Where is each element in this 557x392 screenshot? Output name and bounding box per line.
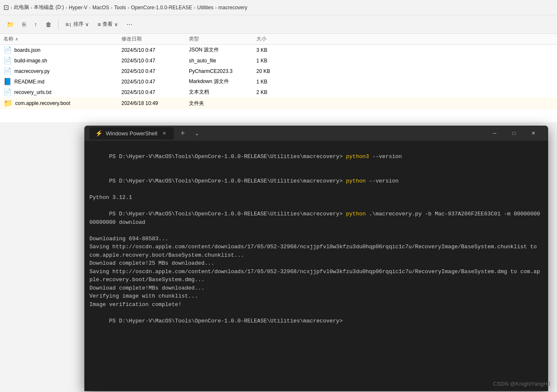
file-type: 文件夹	[189, 100, 256, 107]
header-name[interactable]: 名称 ∧	[3, 35, 121, 43]
file-icon: 📄	[3, 88, 12, 96]
file-icon: 📄	[3, 67, 12, 75]
file-list-header: 名称 ∧ 修改日期 类型 大小	[0, 34, 557, 45]
file-list: 📄 boards.json 2024/5/10 0:47 JSON 源文件 3 …	[0, 45, 557, 122]
close-button[interactable]: ✕	[524, 126, 543, 141]
share-button[interactable]: ↑	[31, 19, 40, 30]
file-size: 3 KB	[256, 47, 299, 53]
sort-button[interactable]: ≡↕ 排序 ∨	[62, 19, 92, 30]
file-size: 1 KB	[256, 58, 299, 64]
terminal-output: Saving http://oscdn.apple.com/content/do…	[89, 268, 543, 284]
sort-label: 排序	[73, 21, 83, 28]
terminal-line: PS D:\Hyper-V\MacOS\Tools\OpenCore-1.0.0…	[89, 202, 543, 235]
terminal-line: PS D:\Hyper-V\MacOS\Tools\OpenCore-1.0.0…	[89, 169, 543, 194]
file-type: JSON 源文件	[189, 46, 256, 54]
breadcrumb-sep-2: ›	[66, 5, 67, 10]
file-name: boards.json	[14, 47, 40, 53]
file-type: PyCharmCE2023.3	[189, 68, 256, 74]
delete-button[interactable]: 🗑	[42, 19, 55, 30]
file-size: 20 KB	[256, 68, 299, 74]
header-type[interactable]: 类型	[189, 35, 256, 43]
powershell-window: ⚡ Windows PowerShell ✕ + ⌄ ─ □ ✕ PS D:\H…	[84, 126, 548, 391]
file-icon: 📄	[3, 56, 12, 64]
breadcrumb-opencore[interactable]: OpenCore-1.0.0-RELEASE	[131, 5, 192, 11]
header-date[interactable]: 修改日期	[121, 35, 189, 43]
maximize-button[interactable]: □	[504, 126, 524, 141]
tab-close-button[interactable]: ✕	[161, 130, 168, 137]
terminal-output: Saving http://oscdn.apple.com/content/do…	[89, 243, 543, 259]
list-item[interactable]: 📄 recovery_urls.txt 2024/5/10 0:47 文本文档 …	[0, 87, 557, 97]
breadcrumb-sep-6: ›	[194, 5, 196, 10]
list-item[interactable]: 📄 macrecovery.py 2024/5/10 0:47 PyCharmC…	[0, 66, 557, 76]
terminal-command: python	[346, 178, 366, 184]
breadcrumb-thispc[interactable]: 此电脑	[14, 4, 29, 11]
file-date: 2024/5/10 0:47	[121, 68, 189, 74]
share-icon: ↑	[34, 21, 37, 28]
tab-dropdown-button[interactable]: ⌄	[192, 128, 202, 138]
breadcrumb-sep-0: ›	[11, 5, 12, 10]
terminal-prompt: PS D:\Hyper-V\MacOS\Tools\OpenCore-1.0.0…	[109, 318, 343, 324]
terminal-output: Python 3.12.1	[89, 193, 543, 202]
breadcrumb-sep-7: ›	[215, 5, 217, 10]
explorer-toolbar: 📁 ⎘ ↑ 🗑 ≡↕ 排序 ∨ ≡ 查看 ∨ ···	[0, 15, 557, 34]
copy-button[interactable]: ⎘	[19, 19, 29, 30]
breadcrumb-macrecovery[interactable]: macrecovery	[218, 5, 248, 11]
file-type: 文本文档	[189, 89, 256, 96]
file-icon: 📘	[3, 78, 12, 86]
window-controls: ─ □ ✕	[485, 126, 543, 141]
breadcrumb-tools[interactable]: Tools	[114, 5, 126, 11]
list-item[interactable]: 📁 com.apple.recovery.boot 2024/6/18 10:4…	[0, 97, 557, 109]
terminal-output: Download complete!MBs downloaded...	[89, 284, 543, 293]
breadcrumb-utilities[interactable]: Utilities	[197, 5, 213, 11]
file-name: build-image.sh	[14, 58, 47, 64]
powershell-icon: ⚡	[95, 130, 102, 137]
terminal-args: --version	[366, 178, 398, 184]
sort-arrow-icon: ∧	[15, 37, 18, 41]
terminal-command: python	[346, 211, 366, 217]
view-label: 查看	[102, 21, 113, 28]
terminal-prompt: PS D:\Hyper-V\MacOS\Tools\OpenCore-1.0.0…	[109, 153, 346, 160]
header-size[interactable]: 大小	[256, 35, 299, 43]
file-size: 2 KB	[256, 89, 299, 95]
terminal-prompt: PS D:\Hyper-V\MacOS\Tools\OpenCore-1.0.0…	[109, 178, 346, 184]
breadcrumb: ⊡ › 此电脑 › 本地磁盘 (D:) › Hyper-V › MacOS › …	[0, 0, 557, 15]
breadcrumb-macos[interactable]: MacOS	[92, 5, 109, 11]
sort-icon: ≡↕	[65, 21, 72, 28]
file-type: sh_auto_file	[189, 58, 256, 64]
breadcrumb-computer-icon[interactable]: ⊡	[3, 3, 9, 11]
watermark: CSDN @KnightYangHJ	[493, 381, 550, 387]
breadcrumb-sep-5: ›	[128, 5, 129, 10]
powershell-titlebar: ⚡ Windows PowerShell ✕ + ⌄ ─ □ ✕	[84, 126, 548, 141]
terminal-content[interactable]: PS D:\Hyper-V\MacOS\Tools\OpenCore-1.0.0…	[84, 141, 548, 391]
new-tab-button[interactable]: +	[177, 127, 188, 140]
file-name: recovery_urls.txt	[14, 89, 51, 95]
list-item[interactable]: 📘 README.md 2024/5/10 0:47 Markdown 源文件 …	[0, 76, 557, 87]
copy-icon: ⎘	[22, 21, 26, 28]
terminal-output: Image verification complete!	[89, 301, 543, 309]
delete-icon: 🗑	[46, 21, 51, 28]
terminal-line: PS D:\Hyper-V\MacOS\Tools\OpenCore-1.0.0…	[89, 144, 543, 169]
file-date: 2024/5/10 0:47	[121, 47, 189, 53]
list-item[interactable]: 📄 boards.json 2024/5/10 0:47 JSON 源文件 3 …	[0, 45, 557, 55]
terminal-output: Download complete!25 MBs downloaded...	[89, 259, 543, 268]
terminal-output: Downloading 694-88583...	[89, 235, 543, 243]
toolbar-separator	[58, 19, 59, 30]
terminal-prompt: PS D:\Hyper-V\MacOS\Tools\OpenCore-1.0.0…	[109, 211, 346, 217]
new-folder-button[interactable]: 📁	[3, 19, 17, 30]
terminal-args: --version	[369, 153, 402, 160]
new-folder-icon: 📁	[7, 21, 14, 28]
more-options-button[interactable]: ···	[123, 19, 135, 30]
terminal-prompt-final: PS D:\Hyper-V\MacOS\Tools\OpenCore-1.0.0…	[89, 309, 543, 333]
file-type: Markdown 源文件	[189, 78, 256, 85]
view-button[interactable]: ≡ 查看 ∨	[94, 19, 121, 30]
file-explorer: ⊡ › 此电脑 › 本地磁盘 (D:) › Hyper-V › MacOS › …	[0, 0, 557, 122]
file-date: 2024/6/18 10:49	[121, 100, 189, 106]
breadcrumb-hyperv[interactable]: Hyper-V	[69, 5, 87, 11]
file-date: 2024/5/10 0:47	[121, 58, 189, 64]
file-name: com.apple.recovery.boot	[15, 100, 70, 106]
minimize-button[interactable]: ─	[485, 126, 504, 141]
powershell-tab[interactable]: ⚡ Windows PowerShell ✕	[89, 127, 174, 140]
breadcrumb-drive-d[interactable]: 本地磁盘 (D:)	[34, 4, 64, 11]
list-item[interactable]: 📄 build-image.sh 2024/5/10 0:47 sh_auto_…	[0, 55, 557, 66]
breadcrumb-sep-3: ›	[89, 5, 91, 10]
